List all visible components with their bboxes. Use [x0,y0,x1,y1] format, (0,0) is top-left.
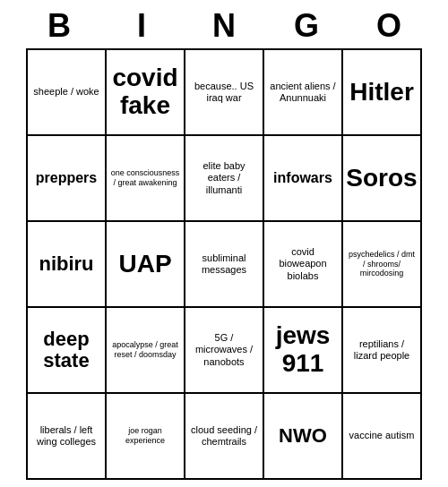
bingo-cell: NWO [264,394,343,480]
bingo-cell: deep state [28,308,107,394]
cell-content: preppers [36,169,97,186]
bingo-header: BINGO [18,0,430,48]
bingo-cell: UAP [107,222,185,308]
bingo-cell: jews 911 [264,308,343,394]
cell-content: vaccine autism [349,430,415,441]
cell-content: cloud seeding / chemtrails [189,424,259,448]
cell-content: ancient aliens / Anunnuaki [268,81,338,104]
cell-content: psychedelics / dmt / shrooms/ mircodosin… [347,250,417,278]
cell-content: nibiru [39,253,93,275]
bingo-cell: covid bioweapon biolabs [264,222,343,308]
bingo-cell: because.. US iraq war [185,50,264,136]
header-letter: G [269,7,344,45]
bingo-cell: subliminal messages [185,222,264,308]
bingo-cell: one consciousness / great awakening [107,136,185,222]
bingo-cell: covid fake [107,50,185,136]
bingo-cell: vaccine autism [343,394,422,480]
cell-content: jews 911 [268,322,338,378]
bingo-cell: infowars [264,136,343,222]
cell-content: because.. US iraq war [189,81,259,104]
cell-content: UAP [118,251,171,278]
bingo-cell: cloud seeding / chemtrails [185,394,264,480]
header-letter: N [186,7,262,45]
cell-content: deep state [31,329,101,372]
bingo-cell: Soros [343,136,422,222]
cell-content: NWO [279,425,327,447]
bingo-cell: apocalypse / great reset / doomsday [107,308,185,394]
cell-content: covid bioweapon biolabs [268,246,338,282]
bingo-cell: Hitler [343,50,422,136]
bingo-cell: ancient aliens / Anunnuaki [264,50,343,136]
bingo-cell: elite baby eaters / illumanti [185,136,264,222]
cell-content: 5G / microwaves / nanobots [189,332,259,368]
bingo-cell: reptilians / lizard people [343,308,422,394]
cell-content: sheeple / woke [33,86,99,98]
cell-content: subliminal messages [189,252,259,276]
cell-content: infowars [273,169,332,186]
cell-content: elite baby eaters / illumanti [189,160,259,196]
cell-content: reptilians / lizard people [347,338,417,362]
cell-content: one consciousness / great awakening [110,168,180,188]
cell-content: apocalypse / great reset / doomsday [110,340,180,360]
header-letter: O [351,7,426,45]
header-letter: B [22,7,97,45]
bingo-cell: psychedelics / dmt / shrooms/ mircodosin… [343,222,422,308]
header-letter: I [104,7,179,45]
bingo-cell: sheeple / woke [28,50,107,136]
bingo-cell: 5G / microwaves / nanobots [185,308,264,394]
cell-content: Hitler [349,79,414,107]
bingo-cell: liberals / left wing colleges [28,394,107,480]
bingo-cell: nibiru [28,222,107,308]
cell-content: Soros [346,165,417,192]
cell-content: joe rogan experience [110,426,180,446]
cell-content: liberals / left wing colleges [31,424,101,448]
cell-content: covid fake [110,64,180,120]
bingo-cell: preppers [28,136,107,222]
bingo-cell: joe rogan experience [107,394,185,480]
bingo-grid: sheeple / wokecovid fakebecause.. US ira… [26,48,422,480]
